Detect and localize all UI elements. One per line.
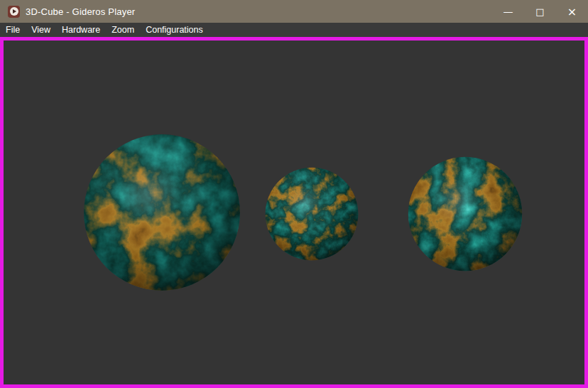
maximize-icon: □	[535, 6, 544, 17]
close-icon: ×	[567, 5, 577, 18]
menu-item-view[interactable]: View	[26, 23, 56, 37]
menu-bar: File View Hardware Zoom Configurations	[0, 23, 588, 37]
minimize-button[interactable]: —	[492, 0, 524, 23]
menu-item-hardware[interactable]: Hardware	[56, 23, 106, 37]
maximize-button[interactable]: □	[524, 0, 556, 23]
player-viewport[interactable]	[0, 37, 588, 388]
app-play-icon	[8, 6, 20, 18]
window-title: 3D-Cube - Gideros Player	[26, 6, 135, 17]
menu-item-configurations[interactable]: Configurations	[140, 23, 209, 37]
close-button[interactable]: ×	[556, 0, 588, 23]
title-bar: 3D-Cube - Gideros Player — □ ×	[0, 0, 588, 23]
menu-item-zoom[interactable]: Zoom	[106, 23, 140, 37]
window-controls: — □ ×	[492, 0, 588, 23]
menu-item-file[interactable]: File	[0, 23, 26, 37]
textured-sphere-medium	[408, 156, 523, 271]
gideros-player-window: 3D-Cube - Gideros Player — □ × File View…	[0, 0, 588, 388]
minimize-icon: —	[503, 6, 513, 17]
textured-sphere-small	[265, 167, 359, 261]
textured-sphere-large	[83, 134, 241, 291]
